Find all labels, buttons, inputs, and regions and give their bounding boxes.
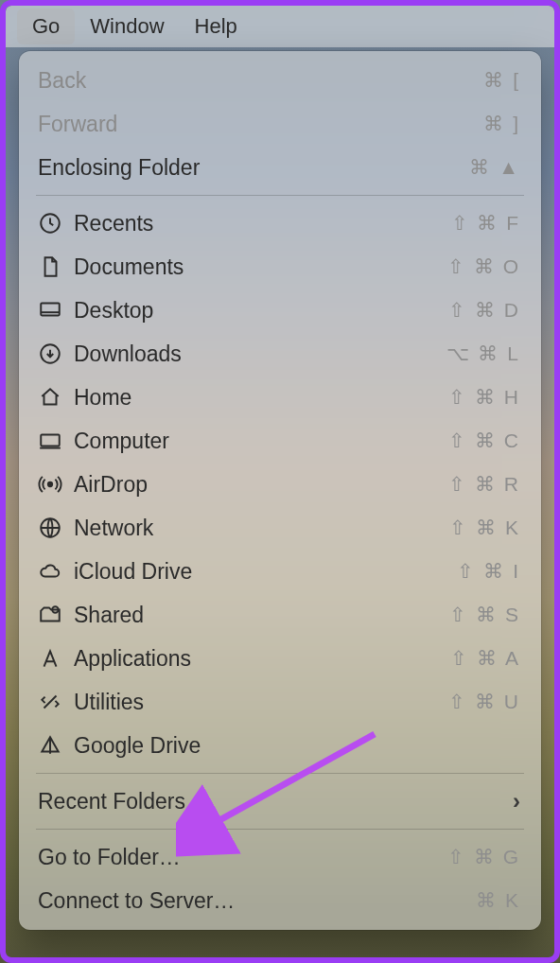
- menu-item-home[interactable]: Home ⇧ ⌘ H: [19, 376, 541, 419]
- menubar-help-label: Help: [195, 14, 237, 38]
- menu-shortcut: ⌥ ⌘ L: [446, 342, 520, 365]
- menu-label: Forward: [38, 112, 483, 137]
- menu-shortcut: ⇧ ⌘ I: [457, 560, 520, 583]
- menu-item-desktop[interactable]: Desktop ⇧ ⌘ D: [19, 289, 541, 332]
- menu-item-documents[interactable]: Documents ⇧ ⌘ O: [19, 245, 541, 289]
- menu-item-google-drive[interactable]: Google Drive: [19, 724, 541, 767]
- menu-label: Documents: [74, 254, 447, 280]
- computer-icon: [38, 429, 74, 453]
- svg-rect-1: [41, 303, 60, 315]
- menu-divider: [36, 829, 524, 830]
- menu-item-recents[interactable]: Recents ⇧ ⌘ F: [19, 201, 541, 245]
- airdrop-icon: [38, 472, 74, 497]
- menu-label: Google Drive: [74, 733, 520, 759]
- network-icon: [38, 516, 74, 540]
- menu-label: Desktop: [74, 298, 448, 324]
- gdrive-icon: [38, 733, 74, 758]
- utilities-icon: [38, 690, 74, 714]
- menu-label: Go to Folder…: [38, 845, 447, 870]
- menubar-item-go[interactable]: Go: [17, 9, 75, 44]
- menu-label: Utilities: [74, 690, 448, 715]
- menubar-item-window[interactable]: Window: [75, 9, 179, 44]
- menu-item-airdrop[interactable]: AirDrop ⇧ ⌘ R: [19, 463, 541, 506]
- menu-shortcut: ⌘ ▲: [469, 156, 520, 179]
- menu-shortcut: ⇧ ⌘ A: [450, 647, 520, 670]
- menu-label: Computer: [74, 429, 448, 454]
- menubar-go-label: Go: [32, 14, 60, 38]
- applications-icon: [38, 646, 74, 671]
- menu-shortcut: ⌘ K: [476, 889, 520, 912]
- menu-item-recent-folders[interactable]: Recent Folders ›: [19, 779, 541, 823]
- menu-shortcut: ⌘ ]: [483, 113, 520, 135]
- menu-label: Back: [38, 68, 483, 94]
- menu-item-utilities[interactable]: Utilities ⇧ ⌘ U: [19, 680, 541, 724]
- menu-shortcut: ⇧ ⌘ U: [448, 691, 520, 713]
- menu-shortcut: ⇧ ⌘ G: [447, 846, 520, 868]
- menu-label: Enclosing Folder: [38, 155, 469, 181]
- icloud-icon: [38, 559, 74, 584]
- menu-label: iCloud Drive: [74, 559, 457, 585]
- menubar-window-label: Window: [90, 14, 164, 38]
- menu-label: Shared: [74, 603, 449, 628]
- shared-icon: [38, 603, 74, 627]
- menu-label: Home: [74, 385, 448, 411]
- menu-label: Network: [74, 516, 449, 541]
- menu-label: Recents: [74, 211, 451, 236]
- menu-label: Applications: [74, 646, 450, 672]
- menu-item-back: Back ⌘ [: [19, 59, 541, 102]
- clock-icon: [38, 211, 74, 236]
- menu-shortcut: ⇧ ⌘ K: [449, 517, 520, 539]
- menu-shortcut: ⌘ [: [483, 69, 520, 92]
- menubar-item-help[interactable]: Help: [180, 9, 253, 44]
- menu-label: Recent Folders: [38, 789, 513, 814]
- home-icon: [38, 385, 74, 410]
- document-icon: [38, 254, 74, 279]
- menu-shortcut: ⇧ ⌘ R: [448, 473, 520, 496]
- menu-item-network[interactable]: Network ⇧ ⌘ K: [19, 506, 541, 550]
- menu-shortcut: ⇧ ⌘ F: [451, 212, 521, 235]
- menu-item-connect-to-server[interactable]: Connect to Server… ⌘ K: [19, 879, 541, 922]
- menu-divider: [36, 195, 524, 196]
- svg-rect-3: [41, 435, 60, 446]
- menu-divider: [36, 773, 524, 774]
- svg-point-4: [48, 482, 52, 486]
- desktop-icon: [38, 298, 74, 323]
- menu-label: AirDrop: [74, 472, 448, 498]
- menu-shortcut: ⇧ ⌘ S: [449, 604, 520, 626]
- menu-shortcut: ⇧ ⌘ O: [447, 255, 520, 278]
- menu-item-enclosing-folder[interactable]: Enclosing Folder ⌘ ▲: [19, 146, 541, 189]
- menu-label: Downloads: [74, 341, 446, 367]
- menubar: Go Window Help: [6, 6, 554, 47]
- menu-shortcut: ⇧ ⌘ H: [448, 386, 520, 409]
- go-menu-dropdown: Back ⌘ [ Forward ⌘ ] Enclosing Folder ⌘ …: [19, 51, 541, 930]
- download-icon: [38, 341, 74, 366]
- menu-item-forward: Forward ⌘ ]: [19, 102, 541, 146]
- chevron-right-icon: ›: [513, 788, 520, 814]
- menu-shortcut: ⇧ ⌘ D: [448, 299, 520, 322]
- menu-shortcut: ⇧ ⌘ C: [448, 429, 520, 452]
- menu-label: Connect to Server…: [38, 888, 476, 914]
- menu-item-icloud-drive[interactable]: iCloud Drive ⇧ ⌘ I: [19, 550, 541, 593]
- menu-item-computer[interactable]: Computer ⇧ ⌘ C: [19, 419, 541, 463]
- menu-item-downloads[interactable]: Downloads ⌥ ⌘ L: [19, 332, 541, 376]
- menu-item-go-to-folder[interactable]: Go to Folder… ⇧ ⌘ G: [19, 835, 541, 879]
- menu-item-applications[interactable]: Applications ⇧ ⌘ A: [19, 637, 541, 680]
- menu-item-shared[interactable]: Shared ⇧ ⌘ S: [19, 593, 541, 637]
